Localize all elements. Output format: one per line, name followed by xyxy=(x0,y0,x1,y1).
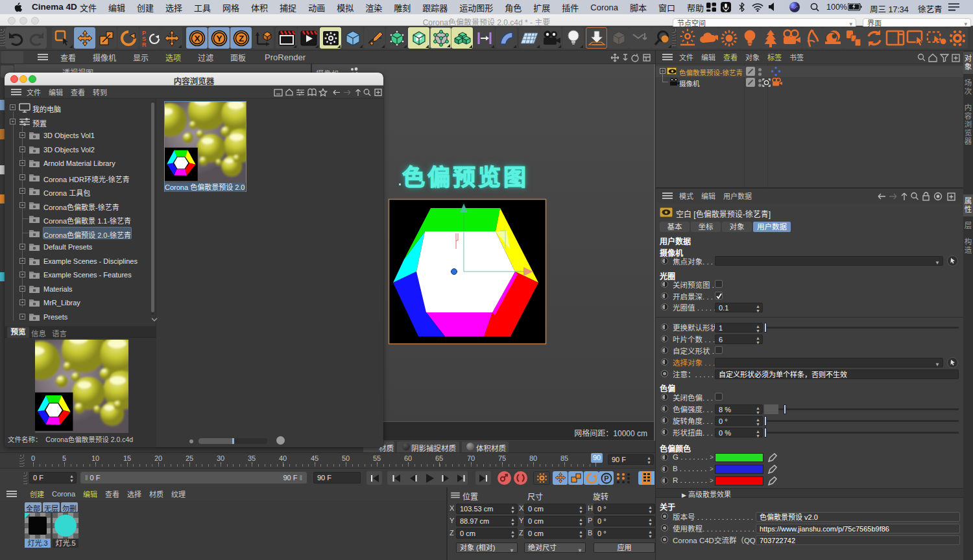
svg-text:Z: Z xyxy=(238,34,243,43)
svg-text:Y: Y xyxy=(216,34,222,43)
svg-text:P: P xyxy=(604,474,608,482)
svg-text:R: R xyxy=(142,41,147,47)
svg-text:X: X xyxy=(194,34,200,43)
